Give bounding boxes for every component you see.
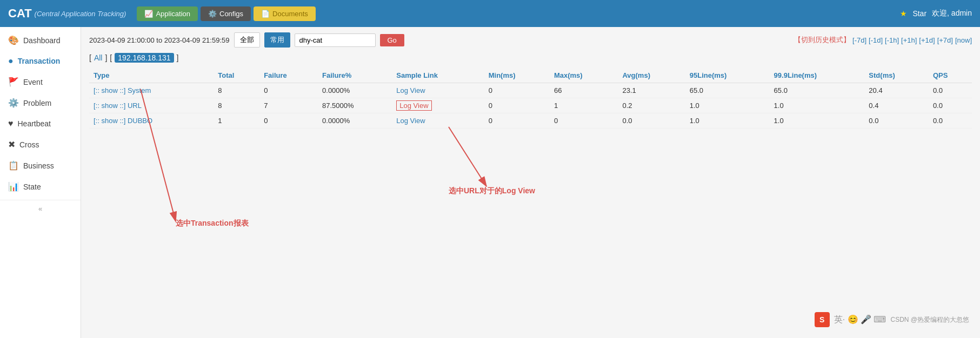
row-2-col-6: 0	[550, 113, 618, 129]
history-controls: 【切到历史模式】 [-7d] [-1d] [-1h] [+1h] [+1d] […	[794, 35, 972, 45]
application-icon: 📈	[144, 10, 153, 18]
row-0-total: 8	[214, 83, 259, 98]
row-0-col-6: 66	[550, 83, 618, 98]
col-max: Max(ms)	[550, 68, 618, 83]
type-link-2[interactable]: DUBBO	[128, 117, 152, 125]
annotation-logview: 选中URL对于的Log View	[449, 186, 535, 196]
time-link-now[interactable]: [now]	[955, 36, 972, 44]
row-2-col-10: 0.0	[864, 113, 929, 129]
col-min: Min(ms)	[484, 68, 550, 83]
csdn-logo: S	[815, 312, 830, 327]
table-row: [:: show ::] DUBBO100.0000%Log View000.0…	[89, 113, 972, 129]
header-right: ★ Star 欢迎, admin	[900, 9, 972, 18]
row-2-col-5: 0	[484, 113, 550, 129]
dashboard-icon: 🎨	[8, 35, 19, 45]
type-link-1[interactable]: URL	[128, 102, 142, 110]
row-0-sample-link: Log View	[392, 83, 484, 98]
row-0-col-7: 23.1	[618, 83, 685, 98]
row-0-col-5: 0	[484, 83, 550, 98]
go-button[interactable]: Go	[380, 34, 404, 46]
row-0-failure: 0	[259, 83, 318, 98]
filter-ip-tag[interactable]: 192.168.18.131	[115, 53, 174, 63]
log-view-link-2[interactable]: Log View	[396, 117, 425, 125]
row-1-col-7: 0.2	[618, 98, 685, 113]
col-failure: Failure	[259, 68, 318, 83]
bracket-open-2: [	[110, 53, 112, 62]
time-link-1h-fwd[interactable]: [+1h]	[901, 36, 917, 44]
event-icon: 🚩	[8, 77, 19, 87]
time-link-1d-back[interactable]: [-1d]	[869, 36, 883, 44]
nav-documents-button[interactable]: 📄 Documents	[254, 6, 316, 21]
filter-all-tag[interactable]: All	[94, 53, 103, 62]
sidebar-item-problem[interactable]: ⚙️ Problem	[0, 92, 81, 113]
time-link-7d-fwd[interactable]: [+7d]	[937, 36, 953, 44]
nav-configs-button[interactable]: ⚙️ Configs	[201, 6, 251, 21]
bracket-open-1: [	[89, 53, 91, 62]
row-2-failure-pct: 0.0000%	[318, 113, 392, 129]
cross-icon: ✖	[8, 139, 15, 150]
sidebar-item-business[interactable]: 📋 Business	[0, 155, 81, 176]
sidebar-item-dashboard[interactable]: 🎨 Dashboard	[0, 30, 81, 51]
history-mode-link[interactable]: 【切到历史模式】	[794, 35, 850, 45]
row-1-col-5: 0	[484, 98, 550, 113]
col-failure-pct: Failure%	[318, 68, 392, 83]
nav-application-button[interactable]: 📈 Application	[137, 6, 198, 21]
star-icon: ★	[900, 9, 907, 18]
sidebar-collapse-button[interactable]: «	[0, 200, 81, 217]
svg-line-2	[449, 127, 486, 186]
row-1-sample-link: Log View	[392, 98, 484, 113]
row-1-col-6: 1	[550, 98, 618, 113]
business-icon: 📋	[8, 160, 19, 171]
row-1-col-9: 1.0	[770, 98, 865, 113]
welcome-text: 欢迎, admin	[932, 9, 972, 18]
heartbeat-icon: ♥	[8, 119, 14, 129]
row-2-col-9: 1.0	[770, 113, 865, 129]
sidebar-item-cross[interactable]: ✖ Cross	[0, 134, 81, 155]
row-2-col-7: 0.0	[618, 113, 685, 129]
filter-row: [ All ] [ 192.168.18.131 ]	[89, 53, 972, 63]
documents-icon: 📄	[261, 10, 270, 18]
row-1-failure: 7	[259, 98, 318, 113]
log-view-link-0[interactable]: Log View	[396, 86, 425, 94]
header-nav: 📈 Application ⚙️ Configs 📄 Documents	[137, 6, 900, 21]
row-2-type-cell: [:: show ::] DUBBO	[89, 113, 214, 129]
transaction-icon: ●	[8, 56, 14, 66]
row-0-failure-pct: 0.0000%	[318, 83, 392, 98]
filter-common-button[interactable]: 常用	[264, 32, 290, 48]
show-link-2[interactable]: [:: show ::]	[94, 117, 125, 125]
transaction-table: Type Total Failure Failure% Sample Link …	[89, 68, 972, 129]
time-link-1d-fwd[interactable]: [+1d]	[919, 36, 935, 44]
row-1-col-11: 0.0	[929, 98, 972, 113]
emoji-icons: 英· 😊 🎤 ⌨	[834, 314, 886, 326]
col-std: Std(ms)	[864, 68, 929, 83]
footer-area: S 英· 😊 🎤 ⌨ CSDN @热爱编程的大忽悠	[815, 312, 969, 327]
time-range-label: 2023-04-09 21:00:00 to 2023-04-09 21:59:…	[89, 36, 230, 44]
state-icon: 📊	[8, 181, 19, 192]
time-link-1h-back[interactable]: [-1h]	[885, 36, 899, 44]
filter-all-button[interactable]: 全部	[234, 32, 260, 48]
row-2-col-8: 1.0	[685, 113, 770, 129]
row-2-sample-link: Log View	[392, 113, 484, 129]
table-row: [:: show ::] URL8787.5000%Log View010.21…	[89, 98, 972, 113]
log-view-boxed-1[interactable]: Log View	[396, 100, 431, 111]
show-link-0[interactable]: [:: show ::]	[94, 86, 125, 94]
problem-icon: ⚙️	[8, 98, 19, 108]
app-logo: CAT	[8, 6, 32, 21]
show-link-1[interactable]: [:: show ::]	[94, 102, 125, 110]
sidebar-item-state[interactable]: 📊 State	[0, 176, 81, 197]
search-input[interactable]	[295, 33, 376, 47]
col-avg: Avg(ms)	[618, 68, 685, 83]
type-link-0[interactable]: System	[128, 86, 151, 94]
sidebar-item-event[interactable]: 🚩 Event	[0, 71, 81, 92]
collapse-icon: «	[38, 205, 42, 213]
bracket-close-2: ]	[177, 53, 179, 62]
app-header: CAT (Central Application Tracking) 📈 App…	[0, 0, 980, 27]
toolbar: 2023-04-09 21:00:00 to 2023-04-09 21:59:…	[89, 32, 972, 48]
row-1-col-10: 0.4	[864, 98, 929, 113]
row-0-type-cell: [:: show ::] System	[89, 83, 214, 98]
sidebar-item-transaction[interactable]: ● Transaction	[0, 51, 81, 71]
col-type: Type	[89, 68, 214, 83]
star-label[interactable]: Star	[912, 9, 926, 18]
time-link-7d-back[interactable]: [-7d]	[852, 36, 866, 44]
sidebar-item-heartbeat[interactable]: ♥ Heartbeat	[0, 113, 81, 134]
